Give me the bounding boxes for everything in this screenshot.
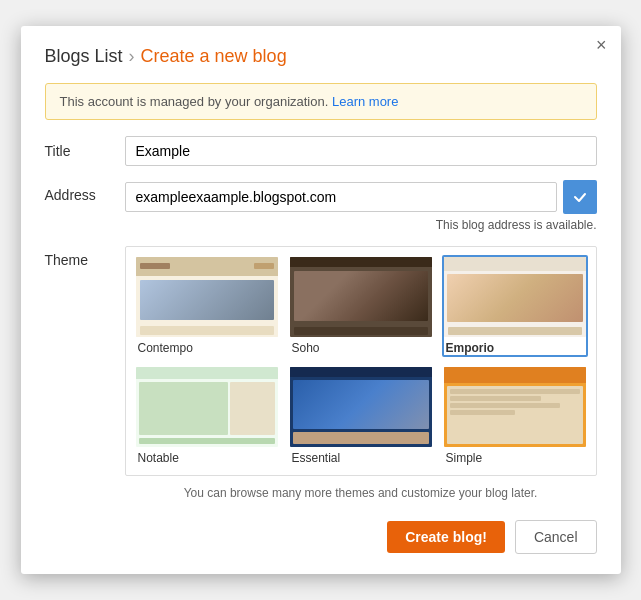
title-input-wrap (125, 136, 597, 166)
title-label: Title (45, 136, 125, 159)
theme-name-emporio: Emporio (444, 341, 586, 355)
create-blog-dialog: × Blogs List › Create a new blog This ac… (21, 26, 621, 574)
theme-name-contempo: Contempo (136, 341, 278, 355)
breadcrumb-blogs-link[interactable]: Blogs List (45, 46, 123, 67)
theme-content-wrap: Contempo Soho (125, 246, 597, 504)
theme-grid: Contempo Soho (126, 247, 596, 475)
address-available-text: This blog address is available. (125, 218, 597, 232)
breadcrumb: Blogs List › Create a new blog (45, 46, 597, 67)
create-blog-button[interactable]: Create blog! (387, 521, 505, 553)
theme-item-essential[interactable]: Essential (288, 365, 434, 467)
theme-item-notable[interactable]: Notable (134, 365, 280, 467)
theme-item-emporio[interactable]: Emporio (442, 255, 588, 357)
learn-more-link[interactable]: Learn more (332, 94, 398, 109)
theme-thumb-emporio (444, 257, 586, 337)
theme-name-soho: Soho (290, 341, 432, 355)
breadcrumb-separator: › (129, 46, 135, 67)
theme-label: Theme (45, 246, 125, 268)
theme-thumb-soho (290, 257, 432, 337)
check-address-button[interactable] (563, 180, 597, 214)
title-row: Title (45, 136, 597, 166)
theme-item-contempo[interactable]: Contempo (134, 255, 280, 357)
theme-thumb-simple (444, 367, 586, 447)
address-input-wrap: This blog address is available. (125, 180, 597, 232)
checkmark-icon (572, 189, 588, 205)
alert-text: This account is managed by your organiza… (60, 94, 329, 109)
breadcrumb-current: Create a new blog (141, 46, 287, 67)
theme-grid-container: Contempo Soho (125, 246, 597, 476)
theme-name-notable: Notable (136, 451, 278, 465)
address-row: Address This blog address is available. (45, 180, 597, 232)
address-label: Address (45, 180, 125, 203)
theme-name-essential: Essential (290, 451, 432, 465)
theme-item-simple[interactable]: Simple (442, 365, 588, 467)
theme-item-soho[interactable]: Soho (288, 255, 434, 357)
title-input[interactable] (125, 136, 597, 166)
close-button[interactable]: × (596, 36, 607, 54)
theme-browse-hint: You can browse many more themes and cust… (125, 486, 597, 500)
address-input[interactable] (125, 182, 557, 212)
theme-name-simple: Simple (444, 451, 586, 465)
theme-thumb-essential (290, 367, 432, 447)
cancel-button[interactable]: Cancel (515, 520, 597, 554)
managed-account-alert: This account is managed by your organiza… (45, 83, 597, 120)
theme-section: Theme (45, 246, 597, 504)
theme-thumb-contempo (136, 257, 278, 337)
footer-buttons: Create blog! Cancel (45, 520, 597, 554)
address-field-group (125, 180, 597, 214)
theme-thumb-notable (136, 367, 278, 447)
